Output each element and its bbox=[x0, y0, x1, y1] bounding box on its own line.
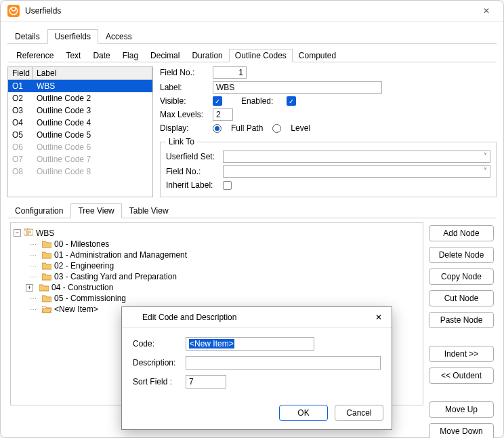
description-label: Description: bbox=[133, 358, 182, 367]
tree-root[interactable]: − WBS bbox=[14, 227, 420, 239]
close-icon[interactable]: ✕ bbox=[371, 313, 386, 322]
inherit-label-checkbox[interactable] bbox=[223, 181, 232, 190]
subtab-computed[interactable]: Computed bbox=[293, 49, 342, 62]
tree-connector: ⋯ bbox=[26, 252, 39, 259]
tab-tree-view[interactable]: Tree View bbox=[70, 203, 121, 218]
sort-field-label: Sort Field : bbox=[133, 377, 182, 386]
tab-userfields[interactable]: Userfields bbox=[47, 29, 98, 44]
grid-row[interactable]: O2 Outline Code 2 bbox=[8, 92, 152, 104]
dialog-body: Code: <New Item> Description: Sort Field… bbox=[122, 327, 392, 399]
outdent-button[interactable]: << Outdent bbox=[429, 367, 494, 384]
inherit-label-label: Inherit Label: bbox=[166, 180, 219, 190]
userfield-set-label: Userfield Set: bbox=[166, 152, 219, 161]
close-icon[interactable]: ✕ bbox=[476, 6, 497, 16]
folder-icon bbox=[42, 262, 51, 270]
svg-rect-1 bbox=[24, 228, 28, 230]
display-label: Display: bbox=[160, 123, 209, 133]
tree-item[interactable]: + 04 - Construction bbox=[14, 282, 420, 293]
grid-row[interactable]: O7 Outline Code 7 bbox=[8, 153, 152, 165]
enabled-checkbox[interactable]: ✓ bbox=[287, 96, 296, 106]
tree-connector: ⋯ bbox=[26, 262, 39, 270]
code-input[interactable]: <New Item> bbox=[186, 337, 314, 351]
field-no-label: Field No.: bbox=[160, 68, 209, 77]
tree-item-label: 04 - Construction bbox=[51, 283, 113, 292]
label-input[interactable] bbox=[213, 81, 382, 94]
link-field-no-dropdown[interactable] bbox=[223, 165, 490, 178]
tree-item-label: 05 - Commissioning bbox=[54, 294, 126, 303]
tab-configuration[interactable]: Configuration bbox=[7, 203, 70, 218]
outline-codes-panel: Field Label O1 WBS O2 Outline Code 2 O3 … bbox=[7, 66, 497, 197]
view-tabstrip: Configuration Tree View Table View bbox=[7, 203, 497, 218]
move-up-button[interactable]: Move Up bbox=[429, 401, 494, 418]
grid-row[interactable]: O8 Outline Code 8 bbox=[8, 165, 152, 178]
field-form: Field No.: Label: Visible: ✓ Enabled: ✓ … bbox=[160, 66, 497, 197]
copy-node-button[interactable]: Copy Node bbox=[429, 268, 494, 285]
subtab-date[interactable]: Date bbox=[87, 49, 116, 62]
expand-icon[interactable]: + bbox=[26, 284, 33, 292]
grid-row[interactable]: O6 Outline Code 6 bbox=[8, 141, 152, 153]
paste-node-button[interactable]: Paste Node bbox=[429, 312, 494, 328]
tab-table-view[interactable]: Table View bbox=[122, 203, 176, 218]
tree-connector: ⋯ bbox=[26, 241, 39, 248]
folder-icon bbox=[42, 294, 51, 302]
display-full-path-label: Full Path bbox=[231, 123, 263, 133]
tree-item[interactable]: ⋯ 01 - Administration and Management bbox=[14, 250, 420, 260]
tree-item[interactable]: ⋯ 02 - Engineering bbox=[14, 260, 420, 271]
description-input[interactable] bbox=[186, 356, 381, 370]
folder-open-icon bbox=[42, 305, 51, 313]
subtab-reference[interactable]: Reference bbox=[10, 49, 60, 62]
tree-connector: ⋯ bbox=[26, 306, 39, 313]
max-levels-input[interactable] bbox=[213, 108, 233, 121]
indent-button[interactable]: Indent >> bbox=[429, 346, 494, 362]
subtab-duration[interactable]: Duration bbox=[186, 49, 228, 62]
grid-row[interactable]: O4 Outline Code 4 bbox=[8, 117, 152, 129]
app-icon bbox=[127, 311, 137, 323]
subtab-flag[interactable]: Flag bbox=[117, 49, 144, 62]
cut-node-button[interactable]: Cut Node bbox=[429, 290, 494, 306]
field-no-input[interactable] bbox=[213, 66, 247, 79]
folder-icon bbox=[42, 251, 51, 259]
max-levels-label: Max Levels: bbox=[160, 110, 209, 119]
tree-item[interactable]: ⋯ 05 - Commissioning bbox=[14, 293, 420, 304]
tree-connector: ⋯ bbox=[26, 273, 39, 281]
enabled-label: Enabled: bbox=[241, 96, 273, 106]
folder-icon bbox=[39, 283, 49, 292]
grid-row[interactable]: O3 Outline Code 3 bbox=[8, 104, 152, 117]
userfields-window: Userfields ✕ Details Userfields Access R… bbox=[0, 0, 504, 438]
tab-access[interactable]: Access bbox=[98, 29, 140, 44]
tree-item[interactable]: ⋯ 03 - Casting Yard and Preparation bbox=[14, 271, 420, 282]
link-to-legend: Link To bbox=[166, 137, 197, 146]
dialog-buttons: OK Cancel bbox=[122, 399, 392, 429]
grid-header: Field Label bbox=[8, 67, 152, 80]
grid-row[interactable]: O1 WBS bbox=[8, 80, 152, 92]
link-field-no-label: Field No.: bbox=[166, 167, 219, 176]
grid-row[interactable]: O5 Outline Code 5 bbox=[8, 129, 152, 141]
delete-node-button[interactable]: Delete Node bbox=[429, 247, 494, 263]
subtab-decimal[interactable]: Decimal bbox=[144, 49, 186, 62]
edit-code-dialog: Edit Code and Description ✕ Code: <New I… bbox=[121, 306, 392, 430]
userfield-set-dropdown[interactable] bbox=[223, 151, 490, 163]
display-level-radio[interactable] bbox=[272, 124, 281, 133]
code-label: Code: bbox=[133, 339, 182, 349]
sort-field-input[interactable] bbox=[186, 375, 226, 389]
field-grid[interactable]: Field Label O1 WBS O2 Outline Code 2 O3 … bbox=[7, 66, 153, 197]
tree-item-label: 03 - Casting Yard and Preparation bbox=[54, 272, 177, 281]
subtab-outline-codes[interactable]: Outline Codes bbox=[229, 49, 293, 62]
window-title: Userfields bbox=[25, 6, 476, 16]
tab-details[interactable]: Details bbox=[7, 29, 47, 44]
dialog-ok-button[interactable]: OK bbox=[279, 405, 328, 421]
visible-checkbox[interactable]: ✓ bbox=[213, 96, 222, 106]
link-to-group: Link To Userfield Set: Field No.: Inheri… bbox=[160, 137, 497, 197]
move-down-button[interactable]: Move Down bbox=[429, 423, 494, 438]
subtab-text[interactable]: Text bbox=[60, 49, 87, 62]
collapse-icon[interactable]: − bbox=[14, 229, 21, 237]
display-full-path-radio[interactable] bbox=[213, 124, 222, 133]
folder-icon bbox=[42, 240, 51, 248]
tree-item-label: <New Item> bbox=[54, 304, 98, 314]
content-area: Details Userfields Access Reference Text… bbox=[1, 22, 503, 438]
tree-item[interactable]: ⋯ 00 - Milestones bbox=[14, 239, 420, 250]
dialog-cancel-button[interactable]: Cancel bbox=[335, 405, 383, 421]
add-node-button[interactable]: Add Node bbox=[429, 225, 494, 241]
display-level-label: Level bbox=[291, 123, 310, 133]
dialog-titlebar: Edit Code and Description ✕ bbox=[122, 307, 392, 327]
